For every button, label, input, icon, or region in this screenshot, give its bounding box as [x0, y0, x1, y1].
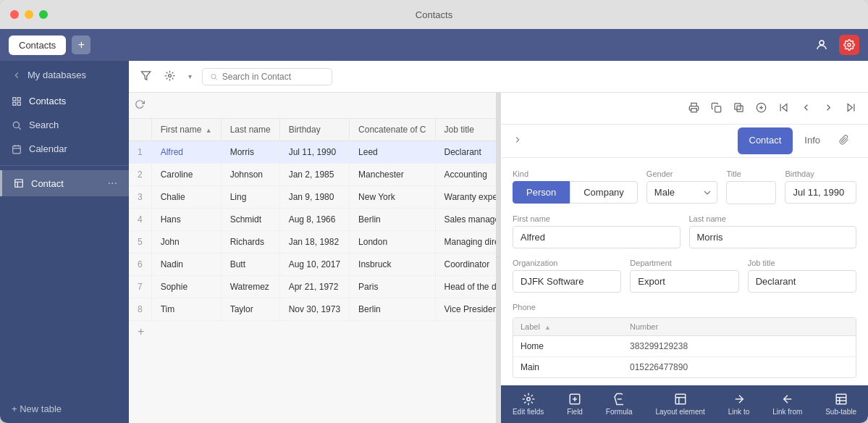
cell-birthday: Aug 10, 2017: [279, 254, 349, 276]
next-record-icon[interactable]: [820, 99, 837, 118]
cell-birthday: Apr 21, 1972: [279, 276, 349, 298]
my-databases-link[interactable]: My databases: [0, 61, 129, 89]
layout-element-button[interactable]: Layout element: [648, 390, 712, 419]
app-window: Contacts Contacts +: [0, 0, 868, 423]
table-row[interactable]: 2 Caroline Johnson Jan 2, 1985 Mancheste…: [129, 164, 496, 186]
cell-birthday: Jan 9, 1980: [279, 186, 349, 209]
row-num: 5: [129, 231, 151, 254]
col-birthday[interactable]: Birthday: [279, 119, 349, 141]
row-num: 2: [129, 164, 151, 186]
birthday-input[interactable]: Jul 11, 1990: [785, 181, 856, 204]
job-title-input[interactable]: Declarant: [748, 270, 856, 293]
duplicate-icon[interactable]: [730, 99, 747, 118]
minimize-button[interactable]: [25, 10, 33, 19]
sub-table-button[interactable]: Sub-table: [818, 390, 864, 419]
window-title: Contacts: [416, 9, 452, 20]
refresh-icon[interactable]: [135, 99, 145, 112]
filter-icon[interactable]: [138, 67, 154, 86]
link-from-button[interactable]: Link from: [765, 390, 809, 419]
contacts-table: First name ▲ Last name Birthday Concaten…: [129, 119, 496, 321]
svg-point-6: [13, 122, 19, 127]
cell-job: Coordinator: [435, 254, 496, 276]
link-to-button[interactable]: Link to: [721, 390, 757, 419]
sidebar-item-search[interactable]: Search: [0, 113, 129, 137]
settings-caret-icon[interactable]: ▾: [185, 70, 195, 83]
name-row: First name Alfred Last name Morris: [513, 214, 856, 248]
settings-icon[interactable]: [839, 35, 859, 55]
svg-rect-20: [715, 106, 721, 112]
title-input[interactable]: [726, 181, 776, 204]
data-table-container: First name ▲ Last name Birthday Concaten…: [129, 93, 496, 423]
print-icon[interactable]: [686, 99, 702, 118]
cell-first-name: Sophie: [151, 276, 221, 298]
table-row[interactable]: 7 Sophie Watremez Apr 21, 1972 Paris Hea…: [129, 276, 496, 298]
kind-person-button[interactable]: Person: [513, 181, 570, 204]
first-record-icon[interactable]: [775, 99, 792, 118]
col-concat[interactable]: Concatenate of C: [350, 119, 435, 141]
organization-input[interactable]: DJFK Software: [513, 270, 621, 293]
table-row[interactable]: 5 John Richards Jan 18, 1982 London Mana…: [129, 231, 496, 254]
table-row[interactable]: 6 Nadin Butt Aug 10, 2017 Insbruck Coord…: [129, 254, 496, 276]
add-row-button[interactable]: +: [129, 321, 496, 343]
gender-select[interactable]: Male Female Other: [646, 181, 718, 204]
kind-group: Kind Person Company: [513, 169, 638, 204]
cell-first-name: Nadin: [151, 254, 221, 276]
sidebar-item-contact-table[interactable]: Contact ···: [0, 170, 129, 196]
col-job-title[interactable]: Job title: [435, 119, 496, 141]
row-num: 8: [129, 298, 151, 321]
svg-point-1: [848, 43, 851, 46]
new-table-button[interactable]: + New table: [0, 395, 129, 423]
user-icon[interactable]: [812, 35, 832, 55]
panel-expand-icon[interactable]: [513, 135, 523, 147]
cell-last-name: Taylor: [221, 298, 279, 321]
titlebar: Contacts: [0, 0, 868, 29]
cell-first-name: Tim: [151, 298, 221, 321]
first-name-input[interactable]: Alfred: [513, 226, 681, 248]
birthday-group: Birthday Jul 11, 1990: [785, 169, 856, 204]
table-row[interactable]: 3 Chalie Ling Jan 9, 1980 New York Waran…: [129, 186, 496, 209]
tab-add-button[interactable]: +: [72, 35, 90, 54]
department-input[interactable]: Export: [630, 270, 738, 293]
formula-button[interactable]: Formula: [599, 390, 640, 419]
tab-contacts[interactable]: Contacts: [9, 35, 66, 55]
cell-birthday: Jan 2, 1985: [279, 164, 349, 186]
copy-icon[interactable]: [708, 99, 725, 118]
maximize-button[interactable]: [39, 10, 48, 19]
add-record-icon[interactable]: [753, 99, 770, 118]
kind-company-button[interactable]: Company: [570, 181, 638, 204]
cell-concat: London: [350, 231, 435, 254]
svg-point-30: [526, 398, 530, 401]
search-input[interactable]: [222, 72, 324, 82]
col-last-name[interactable]: Last name: [221, 119, 279, 141]
table-row[interactable]: 8 Tim Taylor Nov 30, 1973 Berlin Vice Pr…: [129, 298, 496, 321]
col-first-name[interactable]: First name ▲: [151, 119, 221, 141]
settings-dropdown-icon[interactable]: [161, 67, 178, 86]
last-record-icon[interactable]: [843, 99, 859, 118]
main-layout: My databases Contacts Search Calendar: [0, 61, 868, 423]
cell-last-name: Butt: [221, 254, 279, 276]
phone-row-home[interactable]: Home 383299129238: [513, 336, 856, 357]
edit-fields-button[interactable]: Edit fields: [505, 390, 551, 419]
table-row[interactable]: 1 Alfred Morris Jul 11, 1990 Leed Declar…: [129, 141, 496, 164]
close-button[interactable]: [10, 10, 19, 19]
table-row[interactable]: 4 Hans Schmidt Aug 8, 1966 Berlin Sales …: [129, 209, 496, 231]
cell-birthday: Jan 18, 1982: [279, 231, 349, 254]
prev-record-icon[interactable]: [798, 99, 814, 118]
detail-panel: Contact Info Kind: [500, 93, 868, 423]
tab-contact[interactable]: Contact: [738, 127, 793, 154]
sidebar-item-calendar[interactable]: Calendar: [0, 137, 129, 161]
sidebar-divider: [0, 165, 129, 166]
tab-attachment-icon[interactable]: [832, 129, 856, 153]
last-name-input[interactable]: Morris: [689, 226, 857, 248]
search-box-icon: [210, 72, 218, 81]
phone-row-main[interactable]: Main 015226477890: [513, 357, 856, 377]
cell-job: Head of the de: [435, 276, 496, 298]
table-options-icon[interactable]: ···: [108, 177, 117, 190]
sidebar-item-contacts[interactable]: Contacts: [0, 89, 129, 113]
field-button[interactable]: Field: [560, 390, 590, 419]
detail-tabs: Contact Info: [501, 125, 868, 158]
cell-first-name: Chalie: [151, 186, 221, 209]
tab-info[interactable]: Info: [793, 127, 832, 154]
svg-point-17: [211, 74, 216, 78]
svg-line-18: [215, 78, 216, 80]
